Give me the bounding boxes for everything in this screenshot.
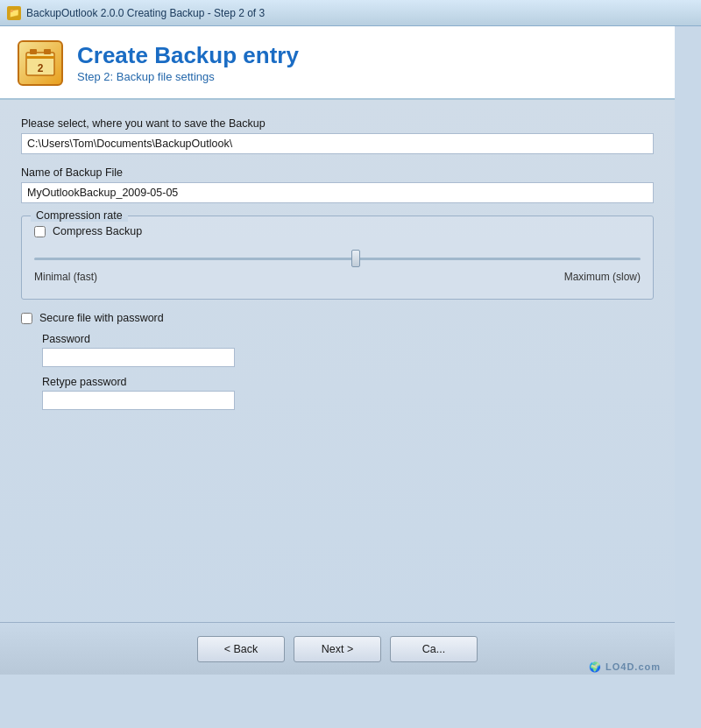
svg-rect-1 <box>30 49 37 54</box>
compress-checkbox-label[interactable]: Compress Backup <box>53 225 142 237</box>
back-button[interactable]: < Back <box>197 636 285 662</box>
compression-group: Compression rate Compress Backup Minimal… <box>21 216 654 300</box>
password-field-group: Password <box>42 333 654 367</box>
slider-container: Minimal (fast) Maximum (slow) <box>34 246 641 286</box>
svg-rect-2 <box>44 49 51 54</box>
content-area: Please select, where you want to save th… <box>0 100 675 675</box>
title-bar: 📁 BackupOutlook 2.0.0 Creating Backup - … <box>0 0 701 26</box>
main-window: 2 Create Backup entry Step 2: Backup fil… <box>0 26 675 675</box>
password-inputs: Password Retype password <box>42 333 654 410</box>
backup-filename-input[interactable] <box>21 182 654 203</box>
slider-track <box>34 250 641 267</box>
wizard-header-icon: 2 <box>18 40 63 86</box>
retype-password-input[interactable] <box>42 391 235 410</box>
title-bar-text: BackupOutlook 2.0.0 Creating Backup - St… <box>26 7 265 19</box>
next-button[interactable]: Next > <box>294 636 381 662</box>
button-bar: < Back Next > Ca... <box>0 622 675 675</box>
password-section: Secure file with password Password Retyp… <box>21 312 654 410</box>
password-label: Password <box>42 333 654 345</box>
wizard-header-text: Create Backup entry Step 2: Backup file … <box>77 43 299 83</box>
slider-thumb[interactable] <box>351 250 360 267</box>
compress-checkbox[interactable] <box>34 226 46 237</box>
slider-line <box>34 258 641 260</box>
password-input[interactable] <box>42 348 235 367</box>
app-icon: 📁 <box>7 6 21 20</box>
slider-max-label: Maximum (slow) <box>564 271 641 283</box>
svg-text:2: 2 <box>38 62 44 74</box>
cancel-button[interactable]: Ca... <box>390 636 478 662</box>
retype-password-field-group: Retype password <box>42 376 654 410</box>
compress-checkbox-row: Compress Backup <box>34 225 641 237</box>
wizard-header: 2 Create Backup entry Step 2: Backup fil… <box>0 26 675 100</box>
save-path-group: Please select, where you want to save th… <box>21 117 654 154</box>
password-checkbox[interactable] <box>21 313 32 324</box>
save-path-label: Please select, where you want to save th… <box>21 117 654 130</box>
retype-password-label: Retype password <box>42 376 654 388</box>
backup-filename-group: Name of Backup File <box>21 166 654 203</box>
compression-legend: Compression rate <box>31 209 128 222</box>
slider-min-label: Minimal (fast) <box>34 271 97 283</box>
password-checkbox-label[interactable]: Secure file with password <box>39 312 164 324</box>
save-path-input[interactable] <box>21 133 654 154</box>
backup-filename-label: Name of Backup File <box>21 166 654 179</box>
password-checkbox-row: Secure file with password <box>21 312 654 324</box>
wizard-title: Create Backup entry <box>77 43 299 68</box>
slider-labels: Minimal (fast) Maximum (slow) <box>34 271 641 283</box>
branding: 🌍 LO4D.com <box>589 661 661 673</box>
svg-rect-3 <box>26 56 54 59</box>
wizard-subtitle: Step 2: Backup file settings <box>77 70 299 83</box>
